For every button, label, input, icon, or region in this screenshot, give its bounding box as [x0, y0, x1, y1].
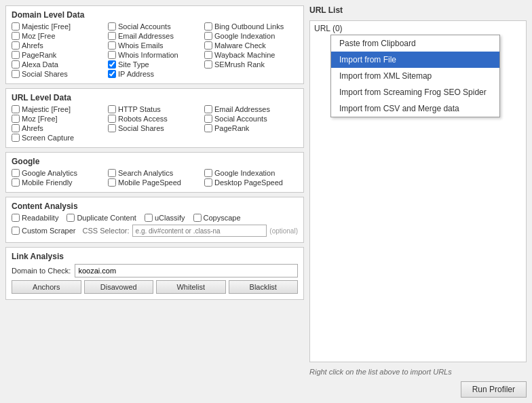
chk-domain-bing[interactable]: Bing Outbound Links — [204, 22, 298, 31]
chk-custom-scraper-input[interactable] — [12, 227, 20, 235]
chk-url-screen-input[interactable] — [12, 134, 20, 142]
chk-domain-google-index-input[interactable] — [204, 32, 212, 40]
chk-domain-pagerank-input[interactable] — [12, 51, 20, 59]
content-analysis-section: Content Analysis Readability Duplicate C… — [5, 197, 304, 243]
chk-domain-wayback-input[interactable] — [204, 51, 212, 59]
chk-readability[interactable]: Readability — [12, 214, 58, 222]
domain-level-title: Domain Level Data — [12, 10, 298, 20]
chk-url-email-input[interactable] — [204, 105, 212, 113]
chk-url-social-accounts-input[interactable] — [204, 115, 212, 123]
chk-url-social-accounts[interactable]: Social Accounts — [204, 115, 298, 123]
whitelist-button[interactable]: Whitelist — [156, 280, 226, 294]
chk-domain-whois-info-input[interactable] — [108, 51, 116, 59]
domain-check-input[interactable] — [75, 264, 298, 277]
chk-domain-email[interactable]: Email Addresses — [108, 32, 202, 40]
chk-domain-moz[interactable]: Moz [Free — [12, 32, 105, 40]
chk-domain-alexa-input[interactable] — [12, 60, 20, 69]
chk-url-screen[interactable]: Screen Capture — [12, 134, 105, 142]
chk-domain-social-shares[interactable]: Social Shares — [12, 70, 105, 78]
chk-desktop-pagespeed[interactable]: Desktop PageSpeed — [204, 178, 298, 187]
run-profiler-row: Run Profiler — [309, 381, 527, 398]
chk-uclassify[interactable]: uClassify — [145, 214, 185, 222]
run-profiler-button[interactable]: Run Profiler — [461, 381, 527, 398]
chk-domain-whois-info[interactable]: Whois Information — [108, 51, 202, 59]
chk-url-http[interactable]: HTTP Status — [108, 105, 202, 113]
chk-domain-ahrefs-input[interactable] — [12, 41, 20, 50]
chk-mobile-friendly-input[interactable] — [12, 178, 20, 187]
chk-domain-ip[interactable]: IP Address — [108, 70, 202, 78]
chk-uclassify-input[interactable] — [145, 214, 153, 222]
chk-google-indexation-input[interactable] — [204, 169, 212, 177]
chk-domain-wayback[interactable]: Wayback Machine — [204, 51, 298, 59]
chk-url-ahrefs[interactable]: Ahrefs — [12, 124, 105, 132]
chk-desktop-pagespeed-input[interactable] — [204, 178, 212, 187]
context-menu: Paste from Clipboard Import from File Im… — [330, 35, 500, 117]
chk-copyscape[interactable]: Copyscape — [193, 214, 241, 222]
chk-domain-social-shares-input[interactable] — [12, 70, 20, 78]
chk-domain-site-type-label: Site Type — [118, 60, 149, 69]
chk-url-pagerank[interactable]: PageRank — [204, 124, 298, 132]
chk-domain-social-accounts-label: Social Accounts — [118, 22, 171, 31]
chk-copyscape-input[interactable] — [193, 214, 202, 222]
chk-domain-malware[interactable]: Malware Check — [204, 41, 298, 50]
domain-check-label: Domain to Check: — [12, 267, 71, 275]
chk-domain-majestic-input[interactable] — [12, 22, 20, 31]
chk-url-email[interactable]: Email Addresses — [204, 105, 298, 113]
chk-url-moz-input[interactable] — [12, 115, 20, 123]
blacklist-button[interactable]: Blacklist — [229, 280, 299, 294]
chk-domain-social-accounts-input[interactable] — [108, 22, 116, 31]
css-selector-input[interactable] — [132, 225, 267, 237]
chk-domain-semrush[interactable]: SEMrush Rank — [204, 60, 298, 69]
chk-domain-ip-input[interactable] — [108, 70, 116, 78]
chk-readability-label: Readability — [22, 214, 58, 222]
chk-domain-moz-input[interactable] — [12, 32, 20, 40]
chk-url-ahrefs-input[interactable] — [12, 124, 20, 132]
chk-url-http-label: HTTP Status — [118, 105, 161, 113]
chk-google-analytics-input[interactable] — [12, 169, 20, 177]
chk-domain-bing-input[interactable] — [204, 22, 212, 31]
anchors-button[interactable]: Anchors — [12, 280, 81, 294]
chk-domain-whois-emails[interactable]: Whois Emails — [108, 41, 202, 50]
chk-search-analytics[interactable]: Search Analytics — [108, 169, 202, 177]
chk-domain-semrush-input[interactable] — [204, 60, 212, 69]
chk-url-majestic-input[interactable] — [12, 105, 20, 113]
chk-domain-site-type-input[interactable] — [108, 60, 116, 69]
chk-url-pagerank-input[interactable] — [204, 124, 212, 132]
chk-url-robots[interactable]: Robots Access — [108, 115, 202, 123]
chk-url-moz[interactable]: Moz [Free] — [12, 115, 105, 123]
chk-mobile-pagespeed-input[interactable] — [108, 178, 116, 187]
menu-import-csv[interactable]: Import from CSV and Merge data — [331, 100, 499, 117]
chk-google-analytics[interactable]: Google Analytics — [12, 169, 105, 177]
chk-domain-social-accounts[interactable]: Social Accounts — [108, 22, 202, 31]
chk-domain-majestic[interactable]: Majestic [Free] — [12, 22, 105, 31]
chk-url-majestic[interactable]: Majestic [Free] — [12, 105, 105, 113]
chk-domain-ahrefs[interactable]: Ahrefs — [12, 41, 105, 50]
chk-domain-email-input[interactable] — [108, 32, 116, 40]
chk-duplicate[interactable]: Duplicate Content — [66, 214, 136, 222]
menu-import-file[interactable]: Import from File — [331, 52, 499, 68]
menu-import-xml[interactable]: Import from XML Sitemap — [331, 68, 499, 84]
chk-domain-alexa[interactable]: Alexa Data — [12, 60, 105, 69]
chk-url-social-shares-input[interactable] — [108, 124, 116, 132]
chk-domain-site-type[interactable]: Site Type — [108, 60, 202, 69]
chk-search-analytics-input[interactable] — [108, 169, 116, 177]
left-panel: Domain Level Data Majestic [Free] Social… — [5, 5, 304, 398]
chk-domain-whois-emails-input[interactable] — [108, 41, 116, 50]
chk-mobile-pagespeed[interactable]: Mobile PageSpeed — [108, 178, 202, 187]
chk-google-indexation[interactable]: Google Indexation — [204, 169, 298, 177]
chk-readability-input[interactable] — [12, 214, 20, 222]
chk-duplicate-input[interactable] — [66, 214, 75, 222]
chk-domain-pagerank[interactable]: PageRank — [12, 51, 105, 59]
chk-mobile-friendly[interactable]: Mobile Friendly — [12, 178, 105, 187]
chk-url-robots-input[interactable] — [108, 115, 116, 123]
menu-import-screaming-frog[interactable]: Import from Screaming Frog SEO Spider — [331, 84, 499, 100]
url-list-box[interactable]: URL (0) Paste from Clipboard Import from… — [309, 20, 527, 362]
chk-custom-scraper[interactable]: Custom Scraper — [12, 227, 75, 235]
chk-url-social-shares[interactable]: Social Shares — [108, 124, 202, 132]
chk-domain-malware-input[interactable] — [204, 41, 212, 50]
menu-paste-clipboard[interactable]: Paste from Clipboard — [331, 35, 499, 52]
chk-url-pagerank-label: PageRank — [214, 124, 249, 132]
disavowed-button[interactable]: Disavowed — [84, 280, 154, 294]
chk-url-http-input[interactable] — [108, 105, 116, 113]
chk-domain-google-index[interactable]: Google Indexation — [204, 32, 298, 40]
